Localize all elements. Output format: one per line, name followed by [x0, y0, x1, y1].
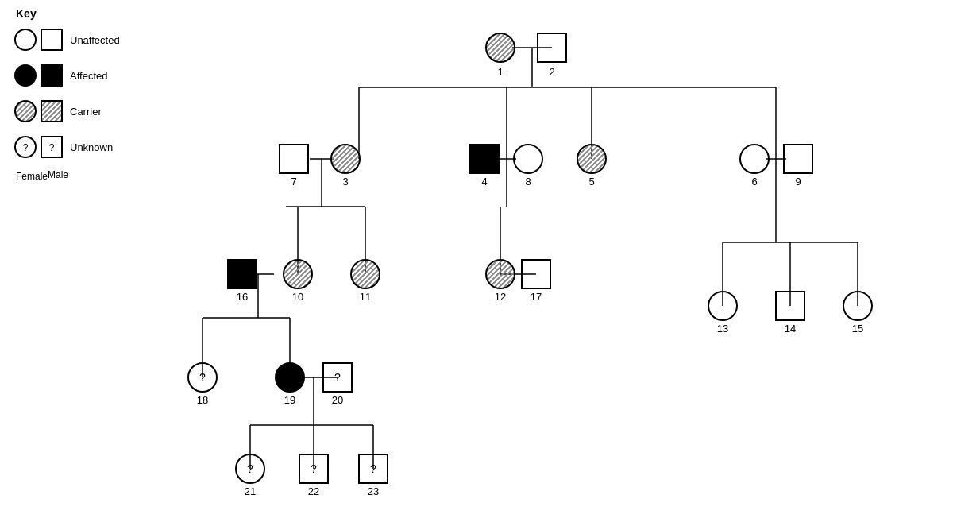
svg-point-43 [577, 145, 606, 173]
legend-unaffected-female [15, 29, 36, 50]
svg-text:16: 16 [237, 291, 248, 303]
svg-text:13: 13 [717, 323, 728, 335]
svg-text:14: 14 [785, 323, 796, 335]
svg-point-45 [740, 145, 769, 173]
svg-point-49 [514, 145, 542, 173]
legend-carrier-male [41, 101, 62, 122]
svg-text:18: 18 [197, 394, 208, 406]
svg-text:?: ? [247, 462, 253, 475]
legend-unaffected-label: Unaffected [70, 34, 120, 46]
svg-text:?: ? [334, 371, 341, 384]
svg-text:9: 9 [795, 176, 801, 188]
female-label: Female [16, 171, 48, 182]
svg-point-39 [331, 145, 360, 173]
svg-text:6: 6 [751, 176, 757, 188]
legend-affected-label: Affected [70, 70, 107, 82]
svg-rect-51 [784, 145, 812, 173]
legend-affected-male [41, 65, 62, 86]
svg-point-55 [351, 260, 380, 288]
svg-point-72 [276, 363, 304, 392]
svg-point-57 [486, 260, 515, 288]
legend-unknown-label: Unknown [70, 141, 113, 153]
male-label: Male [48, 169, 68, 180]
legend-carrier-female [15, 101, 36, 122]
svg-text:7: 7 [291, 176, 296, 188]
svg-text:21: 21 [245, 485, 256, 497]
legend-title: Key [16, 7, 37, 20]
svg-text:5: 5 [588, 176, 594, 188]
svg-text:?: ? [370, 462, 376, 475]
svg-rect-65 [228, 260, 257, 288]
svg-text:22: 22 [308, 485, 319, 497]
svg-text:?: ? [311, 462, 317, 475]
svg-text:15: 15 [852, 323, 863, 335]
svg-text:2: 2 [549, 66, 554, 78]
svg-point-53 [284, 260, 312, 288]
svg-text:20: 20 [332, 394, 343, 406]
svg-text:12: 12 [495, 291, 506, 303]
svg-rect-41 [470, 145, 499, 173]
svg-text:3: 3 [342, 176, 348, 188]
legend-affected-female [15, 65, 36, 86]
svg-text:4: 4 [481, 176, 487, 188]
svg-text:17: 17 [531, 291, 542, 303]
legend-unaffected-male [41, 29, 62, 50]
svg-text:1: 1 [497, 66, 503, 78]
svg-text:11: 11 [360, 291, 371, 303]
svg-text:23: 23 [368, 485, 379, 497]
legend-unknown-female-q: ? [23, 142, 29, 153]
svg-text:8: 8 [525, 176, 531, 188]
svg-text:10: 10 [292, 291, 303, 303]
svg-point-35 [486, 33, 515, 62]
legend-unknown-male-q: ? [49, 142, 55, 153]
svg-text:?: ? [199, 371, 206, 384]
svg-rect-47 [280, 145, 308, 173]
svg-text:19: 19 [284, 394, 295, 406]
legend-carrier-label: Carrier [70, 106, 102, 118]
